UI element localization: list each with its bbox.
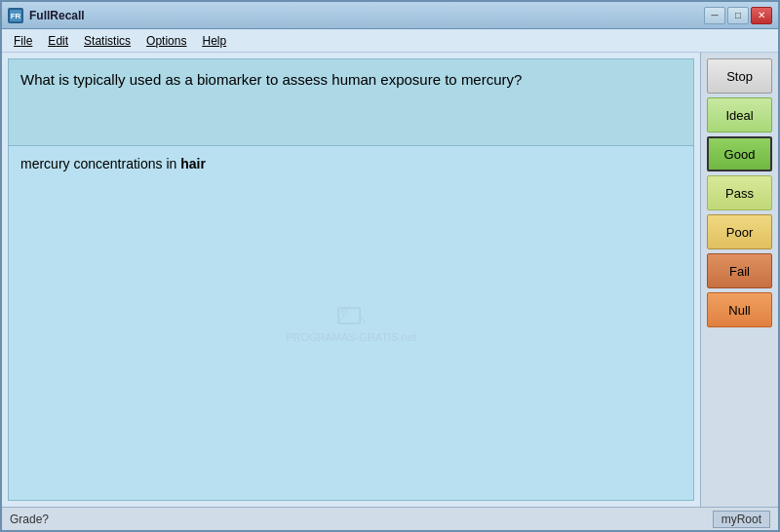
answer-bold: hair [180, 156, 206, 171]
watermark: PROGRAMAS-GRATIS.net [286, 304, 416, 343]
status-left: Grade? [10, 513, 49, 526]
question-text: What is typically used as a biomarker to… [20, 71, 522, 88]
app-icon: FR [8, 8, 23, 23]
grade-fail-button[interactable]: Fail [707, 253, 772, 288]
svg-point-5 [342, 309, 347, 314]
menu-bar: File Edit Statistics Options Help [2, 29, 778, 53]
status-bar: Grade? myRoot [2, 507, 778, 530]
svg-text:FR: FR [11, 12, 21, 20]
svg-line-4 [360, 316, 366, 323]
menu-file[interactable]: File [6, 31, 40, 51]
question-box: What is typically used as a biomarker to… [8, 58, 694, 146]
answer-text: mercury concentrations in hair [20, 156, 682, 171]
grade-good-button[interactable]: Good [707, 136, 772, 171]
answer-prefix: mercury concentrations in [20, 156, 180, 171]
minimize-button[interactable]: ─ [704, 7, 725, 24]
close-button[interactable]: ✕ [751, 7, 772, 24]
status-right: myRoot [713, 511, 770, 528]
svg-line-3 [336, 316, 344, 323]
grade-null-button[interactable]: Null [707, 292, 772, 327]
app-window: FR FullRecall ─ □ ✕ File Edit Statistics… [0, 0, 780, 532]
menu-statistics[interactable]: Statistics [76, 31, 138, 51]
maximize-button[interactable]: □ [727, 7, 749, 24]
qa-area: What is typically used as a biomarker to… [2, 53, 700, 507]
svg-rect-2 [338, 308, 360, 323]
grade-panel: Stop Ideal Good Pass Poor Fail Null [700, 53, 778, 507]
menu-options[interactable]: Options [138, 31, 194, 51]
window-title: FullRecall [29, 9, 698, 22]
answer-box: mercury concentrations in hair PROGRAMAS… [8, 146, 694, 501]
window-controls: ─ □ ✕ [704, 7, 772, 24]
grade-stop-button[interactable]: Stop [707, 58, 772, 94]
grade-ideal-button[interactable]: Ideal [707, 97, 772, 133]
main-content: What is typically used as a biomarker to… [2, 53, 778, 507]
grade-pass-button[interactable]: Pass [707, 175, 772, 210]
title-bar: FR FullRecall ─ □ ✕ [2, 2, 778, 29]
grade-poor-button[interactable]: Poor [707, 214, 772, 249]
watermark-text: PROGRAMAS-GRATIS.net [286, 331, 416, 343]
menu-help[interactable]: Help [194, 31, 234, 51]
menu-edit[interactable]: Edit [40, 31, 76, 51]
